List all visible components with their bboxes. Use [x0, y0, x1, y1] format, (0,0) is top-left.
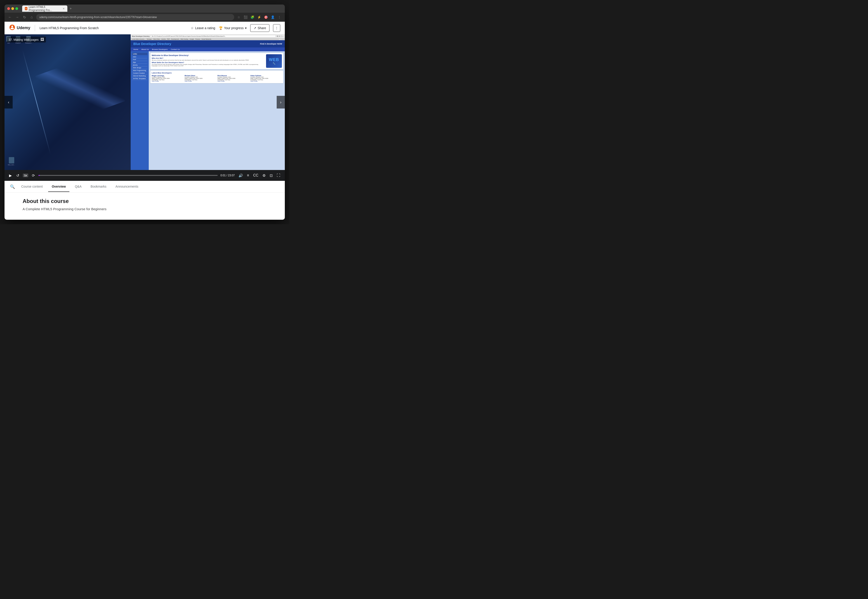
next-lecture-arrow[interactable]: ›: [277, 96, 285, 108]
bookmark-button[interactable]: ☆: [236, 15, 241, 20]
volume-button[interactable]: 🔊: [238, 173, 244, 179]
menu-button[interactable]: ⋮: [277, 15, 282, 20]
bdd-latest-title: Latest Blue Developers: [152, 72, 282, 74]
tab-favicon: U: [25, 7, 27, 10]
fullscreen-button[interactable]: ⛶: [276, 173, 281, 178]
bookmark-6: Development: [171, 38, 179, 40]
bdd-sidebar-content: Content Creation: [132, 72, 147, 75]
browser-tabs: U Learn HTML5 Programming Fro... ✕ +: [22, 5, 282, 12]
maximize-traffic-light[interactable]: [15, 7, 18, 10]
bdd-welcome-text: Welcome to Blue Developer Directory! Who…: [152, 54, 265, 68]
bdd-sidebar-php: PHP: [132, 58, 147, 61]
search-button[interactable]: 🔍: [9, 183, 16, 190]
time-display: 0:01 / 23:07: [220, 174, 235, 177]
video-container[interactable]: start chapter2 Notepad++: [5, 35, 285, 170]
forward-nav-button[interactable]: →: [15, 15, 20, 20]
share-label: Share: [258, 26, 266, 30]
share-arrow-icon: ↗: [254, 26, 256, 30]
your-progress-label: Your progress: [224, 26, 244, 30]
bdd-view-profile-3: View Profile: [250, 80, 282, 82]
tab-bookmarks[interactable]: Bookmarks: [87, 182, 110, 192]
tab-close-button[interactable]: ✕: [63, 7, 65, 10]
cc-button[interactable]: CC: [252, 173, 259, 178]
bookmark-10: Social Networks: [202, 38, 211, 40]
settings-button[interactable]: ⚙: [262, 173, 266, 179]
about-course-subtitle: A Complete HTML5 Programming Course for …: [23, 207, 267, 211]
udemy-logo: Udemy: [9, 24, 30, 32]
bdd-web-icon: 🔧: [269, 62, 279, 65]
refresh-nav-button[interactable]: ↻: [22, 15, 27, 20]
home-nav-button[interactable]: ⌂: [29, 15, 35, 20]
bookmark-1: Local video not proc...: [132, 38, 145, 40]
bdd-latest-section: Latest Blue Developers Megan Jennings Lo…: [150, 70, 283, 83]
bookmark-4: Joomla: [161, 38, 165, 40]
bdd-sidebar-ajax: Ajax: [132, 61, 147, 64]
extension-icon-1[interactable]: 🧩: [250, 15, 255, 20]
bdd-sidebar-webprog: Web Programming: [132, 69, 147, 72]
back-nav-button[interactable]: ←: [7, 15, 13, 20]
new-tab-button[interactable]: +: [68, 6, 73, 11]
play-button[interactable]: ▶: [8, 173, 13, 179]
bdd-dev-3: Adam Sullivan Location: Boston USA Skill…: [250, 75, 282, 82]
about-course-title: About this course: [23, 198, 267, 204]
browser-addressbar: ← → ↻ ⌂ ☆ ⬛ 🧩 ⚡ 🎯 👤 ⋮: [5, 13, 285, 22]
video-progress-bar[interactable]: [38, 175, 218, 176]
replay-button[interactable]: ↺: [15, 173, 20, 179]
lecture-title-text: 37. Making Web pages: [9, 38, 39, 41]
bdd-site-nav: Home About Us Browse Developers Contact …: [131, 47, 285, 51]
bdd-sidebar-title: Links: [132, 53, 147, 55]
your-progress-button[interactable]: 🏆 Your progress ▾: [219, 26, 247, 30]
bdd-tagline: Find A Developer NOW: [260, 43, 282, 45]
header-course-title: Learn HTML5 Programming From Scratch: [39, 26, 187, 30]
bookmark-3: Client Sites: [153, 38, 160, 40]
bdd-sidebar-seo: SEO: [132, 56, 147, 58]
leave-rating-button[interactable]: ☆ Leave a rating: [191, 26, 215, 30]
profile-button[interactable]: 👤: [270, 15, 275, 20]
bookmark-7: Web Hosting: [181, 38, 188, 40]
address-bar-input[interactable]: [36, 14, 234, 20]
tab-course-content[interactable]: Course content: [18, 182, 46, 192]
bdd-title-blue: Blue: [133, 42, 140, 46]
prev-lecture-arrow[interactable]: ‹: [5, 96, 13, 108]
vid-browser-title: Blue Developer Directory: [132, 36, 150, 37]
star-icon: ☆: [191, 26, 194, 30]
bdd-dev-name-2: Rick Monroe: [217, 75, 249, 77]
bdd-site-header: Blue Developer Directory Find A Develope…: [131, 40, 285, 47]
bdd-web-image: WEB 🔧: [266, 54, 282, 68]
tab-overview[interactable]: Overview: [48, 182, 69, 192]
forward-button[interactable]: ⟳: [31, 173, 36, 179]
tab-qa[interactable]: Q&A: [71, 182, 85, 192]
active-tab[interactable]: U Learn HTML5 Programming Fro... ✕: [22, 5, 67, 12]
bdd-skills-text: Our listed fictional web developers skil…: [152, 64, 265, 66]
bdd-nav-browse: Browse Developers: [152, 48, 167, 50]
bottom-tabs: 🔍 Course content Overview Q&A Bookmarks …: [5, 181, 285, 193]
theater-button[interactable]: ⊡: [269, 173, 274, 179]
extension-icon-3[interactable]: 🎯: [263, 15, 269, 20]
bdd-who-title: Who Are We?: [152, 57, 265, 59]
share-button[interactable]: ↗ Share: [250, 24, 269, 32]
extensions-button[interactable]: ⬛: [243, 15, 248, 20]
bookmark-8: Google: [190, 38, 194, 40]
bdd-dev-name-3: Adam Sullivan: [250, 75, 282, 77]
bdd-dev-name-0: Megan Jennings: [152, 75, 184, 77]
extension-icon-2[interactable]: ⚡: [256, 15, 262, 20]
bdd-who-text: We are a fictional website and service t…: [152, 59, 265, 61]
desktop-icon-4: blue_over...: [8, 157, 15, 166]
time-current: 0:01: [220, 174, 226, 177]
bdd-web-label: WEB 🔧: [269, 57, 279, 65]
back-to-course-arrow[interactable]: ←: [278, 37, 283, 42]
lecture-title-icon: 🖼: [41, 38, 44, 42]
bdd-web-text: WEB: [269, 57, 279, 62]
minimize-traffic-light[interactable]: [11, 7, 14, 10]
browser-actions: ☆ ⬛ 🧩 ⚡ 🎯 👤 ⋮: [236, 15, 282, 20]
transcript-button[interactable]: ≡: [246, 173, 250, 178]
bookmark-2: Techguy: [147, 38, 152, 40]
light-streak: [22, 50, 51, 155]
time-separator: /: [227, 174, 228, 177]
speed-badge[interactable]: 1x: [23, 174, 28, 177]
tab-announcements[interactable]: Announcements: [112, 182, 142, 192]
bdd-sidebar-xhtml: XHTML Templates: [132, 77, 147, 80]
more-options-button[interactable]: ⋮: [273, 24, 280, 32]
bdd-dev-1: Michael Oliver Location: Boston USA Skil…: [185, 75, 216, 82]
close-traffic-light[interactable]: [7, 7, 10, 10]
